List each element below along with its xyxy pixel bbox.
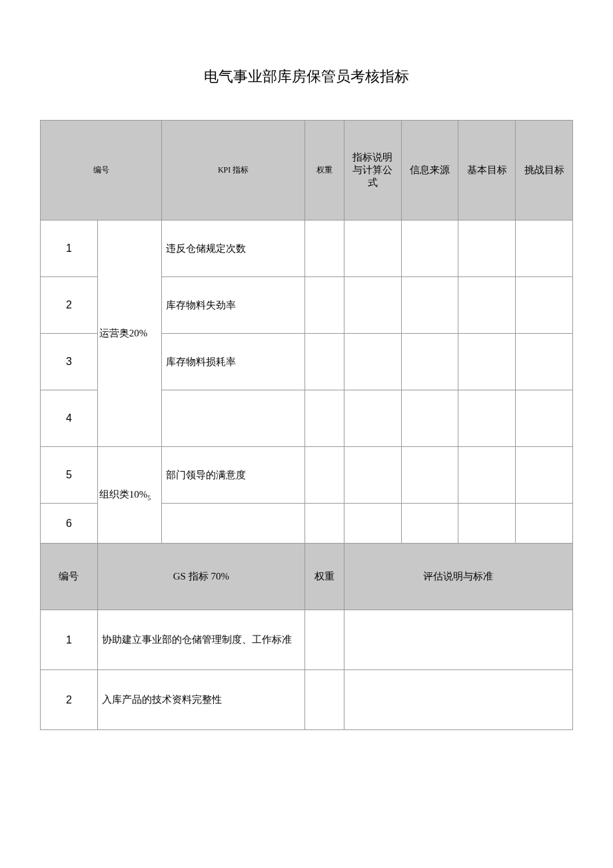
row-challenge (516, 277, 573, 334)
row-num: 2 (41, 277, 98, 334)
table-row: 1 协助建立事业部的仓储管理制度、工作标准 (41, 610, 573, 670)
row-source (401, 504, 458, 544)
row-challenge (516, 447, 573, 504)
row-kpi (162, 390, 305, 447)
gs-header-eval: 评估说明与标准 (344, 544, 572, 610)
gs-header-gs: GS 指标 70% (97, 544, 305, 610)
gs-row-num: 2 (41, 670, 98, 730)
category-org-sub: 5 (147, 494, 151, 502)
row-kpi: 违反仓储规定次数 (162, 220, 305, 277)
table-row: 5 组织类10%5 部门领导的满意度 (41, 447, 573, 504)
gs-row-text: 协助建立事业部的仓储管理制度、工作标准 (97, 610, 305, 670)
kpi-table: 编号 KPI 指标 权重 指标说明与计算公式 信息来源 基本目标 挑战目标 1 … (40, 120, 573, 730)
category-operations: 运营奥20% (97, 220, 162, 447)
row-source (401, 334, 458, 390)
row-weight (305, 390, 344, 447)
header-weight: 权重 (305, 121, 344, 220)
row-weight (305, 277, 344, 334)
row-num: 4 (41, 390, 98, 447)
category-org-label: 组织类10% (99, 489, 148, 500)
row-base (458, 390, 516, 447)
row-desc (344, 447, 401, 504)
row-source (401, 277, 458, 334)
row-base (458, 447, 516, 504)
row-desc (344, 504, 401, 544)
row-challenge (516, 504, 573, 544)
gs-row-weight (305, 610, 344, 670)
row-challenge (516, 334, 573, 390)
row-base (458, 334, 516, 390)
header-base: 基本目标 (458, 121, 516, 220)
row-desc (344, 390, 401, 447)
gs-header-num: 编号 (41, 544, 98, 610)
row-weight (305, 220, 344, 277)
row-kpi (162, 504, 305, 544)
header-num: 编号 (41, 121, 162, 220)
row-num: 5 (41, 447, 98, 504)
table-header-row: 编号 KPI 指标 权重 指标说明与计算公式 信息来源 基本目标 挑战目标 (41, 121, 573, 220)
row-kpi: 部门领导的满意度 (162, 447, 305, 504)
header-source: 信息来源 (401, 121, 458, 220)
table-row: 1 运营奥20% 违反仓储规定次数 (41, 220, 573, 277)
page-title: 电气事业部库房保管员考核指标 (40, 67, 573, 87)
row-kpi: 库存物料失劲率 (162, 277, 305, 334)
header-kpi: KPI 指标 (162, 121, 305, 220)
row-base (458, 277, 516, 334)
gs-row-weight (305, 670, 344, 730)
row-desc (344, 277, 401, 334)
row-weight (305, 504, 344, 544)
category-organization: 组织类10%5 (97, 447, 162, 544)
gs-row-text: 入库产品的技术资料完整性 (97, 670, 305, 730)
gs-row-eval (344, 610, 572, 670)
gs-header-weight: 权重 (305, 544, 344, 610)
gs-header-row: 编号 GS 指标 70% 权重 评估说明与标准 (41, 544, 573, 610)
gs-row-num: 1 (41, 610, 98, 670)
row-challenge (516, 220, 573, 277)
gs-row-eval (344, 670, 572, 730)
row-base (458, 220, 516, 277)
row-base (458, 504, 516, 544)
row-weight (305, 334, 344, 390)
row-source (401, 390, 458, 447)
header-desc: 指标说明与计算公式 (344, 121, 401, 220)
row-num: 3 (41, 334, 98, 390)
row-num: 1 (41, 220, 98, 277)
row-source (401, 447, 458, 504)
row-source (401, 220, 458, 277)
row-desc (344, 220, 401, 277)
header-challenge: 挑战目标 (516, 121, 573, 220)
row-kpi: 库存物料损耗率 (162, 334, 305, 390)
row-challenge (516, 390, 573, 447)
row-desc (344, 334, 401, 390)
row-weight (305, 447, 344, 504)
table-row: 2 入库产品的技术资料完整性 (41, 670, 573, 730)
row-num: 6 (41, 504, 98, 544)
